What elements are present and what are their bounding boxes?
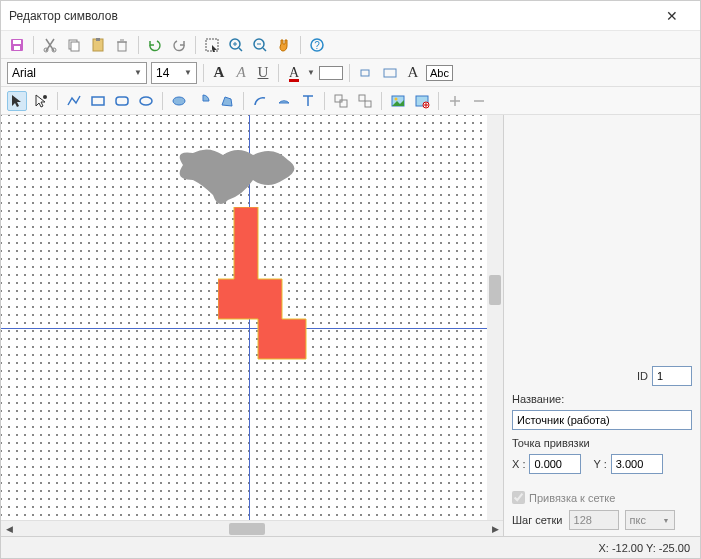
- properties-panel: ID Название: Точка привязки X : Y : Прив…: [504, 115, 700, 536]
- svg-rect-25: [365, 101, 371, 107]
- svg-rect-9: [118, 42, 126, 51]
- redo-icon[interactable]: [169, 35, 189, 55]
- vertical-scrollbar[interactable]: [487, 115, 503, 520]
- underline-button[interactable]: U: [254, 64, 272, 82]
- window-title: Редактор символов: [9, 9, 652, 23]
- chevron-down-icon: ▼: [184, 68, 192, 77]
- svg-point-21: [173, 97, 185, 105]
- shape-rect-small-icon[interactable]: [356, 63, 376, 83]
- font-size-combo[interactable]: 14▼: [151, 62, 197, 84]
- unit-value: пкс: [630, 514, 646, 526]
- svg-point-27: [395, 97, 398, 100]
- image-link-icon[interactable]: [412, 91, 432, 111]
- scroll-left-icon[interactable]: ◀: [1, 521, 17, 537]
- scrollbar-thumb[interactable]: [229, 523, 265, 535]
- toolbar-file: ?: [1, 31, 700, 59]
- id-input[interactable]: [652, 366, 692, 386]
- zoom-in-icon[interactable]: [226, 35, 246, 55]
- snap-checkbox[interactable]: [512, 491, 525, 504]
- font-combo[interactable]: Arial▼: [7, 62, 147, 84]
- bold-button[interactable]: A: [210, 64, 228, 82]
- status-bar: X: -12.00 Y: -25.00: [1, 536, 700, 558]
- anchor-label: Точка привязки: [512, 437, 692, 449]
- shape-rect-icon[interactable]: [380, 63, 400, 83]
- anchor-x-input[interactable]: [529, 454, 581, 474]
- toolbar-text: Arial▼ 14▼ A A U A ▼ A Abc: [1, 59, 700, 87]
- svg-rect-2: [14, 46, 20, 50]
- x-label: X :: [512, 458, 525, 470]
- cut-icon[interactable]: [40, 35, 60, 55]
- scroll-right-icon[interactable]: ▶: [487, 521, 503, 537]
- italic-button[interactable]: A: [232, 64, 250, 82]
- font-value: Arial: [12, 66, 36, 80]
- snap-label: Привязка к сетке: [529, 492, 615, 504]
- chord-tool[interactable]: [274, 91, 294, 111]
- font-color-button[interactable]: A: [285, 64, 303, 82]
- edit-points-tool[interactable]: [31, 91, 51, 111]
- svg-rect-16: [384, 69, 396, 77]
- undo-icon[interactable]: [145, 35, 165, 55]
- horizontal-scrollbar[interactable]: ◀ ▶: [1, 520, 503, 536]
- svg-rect-19: [116, 97, 128, 105]
- save-icon[interactable]: [7, 35, 27, 55]
- cursor-coords: X: -12.00 Y: -25.00: [598, 542, 690, 554]
- plus-icon[interactable]: [445, 91, 465, 111]
- svg-text:?: ?: [314, 40, 320, 51]
- red-shape[interactable]: [218, 207, 318, 367]
- zoom-out-icon[interactable]: [250, 35, 270, 55]
- text-a-button[interactable]: A: [404, 64, 422, 82]
- size-value: 14: [156, 66, 169, 80]
- fill-color-swatch[interactable]: [319, 66, 343, 80]
- minus-icon[interactable]: [469, 91, 489, 111]
- canvas[interactable]: [1, 115, 503, 520]
- roundrect-tool[interactable]: [112, 91, 132, 111]
- ellipse-tool[interactable]: [136, 91, 156, 111]
- id-label: ID: [637, 370, 648, 382]
- svg-point-20: [140, 97, 152, 105]
- name-input[interactable]: [512, 410, 692, 430]
- arc-tool[interactable]: [250, 91, 270, 111]
- scrollbar-thumb[interactable]: [489, 275, 501, 305]
- chevron-down-icon: ▼: [134, 68, 142, 77]
- grey-shape[interactable]: [163, 145, 303, 215]
- svg-point-17: [43, 95, 47, 99]
- pointer-tool[interactable]: [7, 91, 27, 111]
- rect-tool[interactable]: [88, 91, 108, 111]
- abc-button[interactable]: Abc: [426, 65, 453, 81]
- filled-ellipse-tool[interactable]: [169, 91, 189, 111]
- chevron-down-icon[interactable]: ▼: [307, 68, 315, 77]
- unit-combo: пкс▼: [625, 510, 675, 530]
- select-rect-icon[interactable]: [202, 35, 222, 55]
- delete-icon[interactable]: [112, 35, 132, 55]
- help-icon[interactable]: ?: [307, 35, 327, 55]
- svg-rect-8: [96, 38, 100, 41]
- polyline-tool[interactable]: [64, 91, 84, 111]
- image-icon[interactable]: [388, 91, 408, 111]
- chevron-down-icon: ▼: [663, 517, 670, 524]
- step-label: Шаг сетки: [512, 514, 563, 526]
- anchor-y-input[interactable]: [611, 454, 663, 474]
- y-label: Y :: [593, 458, 606, 470]
- copy-icon[interactable]: [64, 35, 84, 55]
- svg-rect-6: [71, 42, 79, 51]
- svg-rect-24: [359, 95, 365, 101]
- paste-icon[interactable]: [88, 35, 108, 55]
- svg-rect-22: [335, 95, 342, 102]
- name-label: Название:: [512, 393, 692, 405]
- svg-rect-1: [13, 40, 21, 44]
- ungroup-icon[interactable]: [355, 91, 375, 111]
- text-tool[interactable]: [298, 91, 318, 111]
- toolbar-shapes: [1, 87, 700, 115]
- sector-tool[interactable]: [193, 91, 213, 111]
- grid-step-input: [569, 510, 619, 530]
- pan-icon[interactable]: [274, 35, 294, 55]
- group-icon[interactable]: [331, 91, 351, 111]
- snap-checkbox-row: Привязка к сетке: [512, 491, 692, 504]
- svg-rect-15: [361, 70, 369, 76]
- polygon-tool[interactable]: [217, 91, 237, 111]
- svg-rect-18: [92, 97, 104, 105]
- svg-rect-23: [340, 100, 347, 107]
- close-icon[interactable]: ✕: [652, 8, 692, 24]
